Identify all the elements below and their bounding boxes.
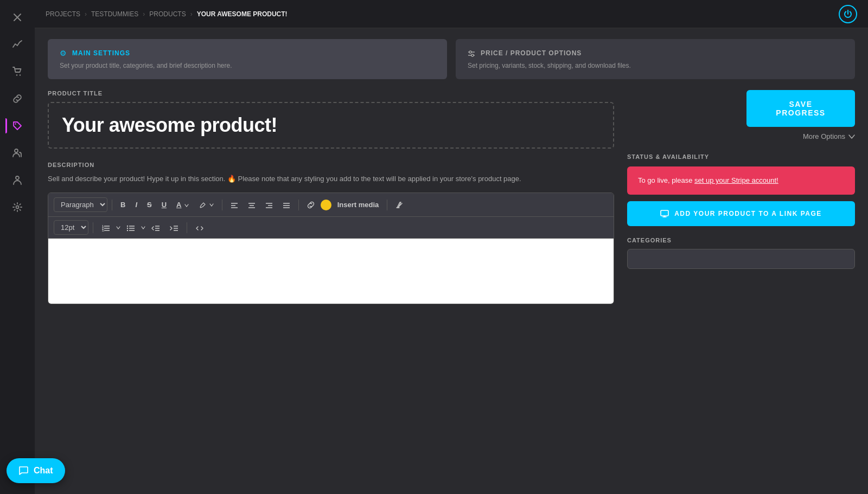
svg-point-36 xyxy=(127,229,128,230)
svg-point-5 xyxy=(15,149,18,152)
bullet-list-button[interactable] xyxy=(123,221,139,234)
svg-point-35 xyxy=(127,227,128,228)
product-title-box[interactable]: Your awesome product! xyxy=(48,102,614,149)
align-left-button[interactable] xyxy=(227,198,242,211)
svg-point-6 xyxy=(16,176,19,179)
topnav: PROJECTS › TESTDUMMIES › PRODUCTS › YOUR… xyxy=(35,0,868,28)
monitor-icon xyxy=(660,210,669,217)
chat-icon xyxy=(18,466,28,476)
toolbar-divider-6 xyxy=(187,222,187,233)
status-label: STATUS & AVAILABILITY xyxy=(627,153,855,160)
tab-price-options[interactable]: PRICE / PRODUCT OPTIONS Set pricing, var… xyxy=(456,39,855,79)
save-area: SAVE PROGRESS More Options xyxy=(627,90,855,140)
sidebar-item-cart[interactable] xyxy=(5,60,29,84)
tab-price-header: PRICE / PRODUCT OPTIONS xyxy=(468,49,843,57)
rte-content[interactable] xyxy=(48,239,614,304)
insert-media-button[interactable]: Insert media xyxy=(334,198,383,211)
tab-main-desc: Set your product title, categories, and … xyxy=(60,62,435,69)
link-page-label: ADD YOUR PRODUCT TO A LINK PAGE xyxy=(674,210,822,217)
tab-price-title: PRICE / PRODUCT OPTIONS xyxy=(481,49,582,57)
strikethrough-button[interactable]: S xyxy=(143,198,156,211)
chevron-down-icon xyxy=(848,134,855,139)
svg-point-2 xyxy=(16,74,17,75)
rich-text-editor: Paragraph Heading 1 Heading 2 Heading 3 … xyxy=(48,193,614,304)
breadcrumb-sep-1: › xyxy=(85,10,87,18)
sidebar-item-users[interactable] xyxy=(5,141,29,165)
svg-point-7 xyxy=(16,206,19,209)
breadcrumb-products[interactable]: PRODUCTS xyxy=(149,10,186,18)
tab-main-settings[interactable]: ⚙ MAIN SETTINGS Set your product title, … xyxy=(48,39,447,79)
underline-button[interactable]: U xyxy=(158,198,170,211)
toolbar-divider-3 xyxy=(298,200,299,210)
clear-format-button[interactable] xyxy=(392,198,407,211)
tab-price-desc: Set pricing, variants, stock, shipping, … xyxy=(468,62,843,69)
align-justify-button[interactable] xyxy=(279,198,294,211)
tab-main-header: ⚙ MAIN SETTINGS xyxy=(60,49,435,57)
breadcrumb-current: YOUR AWESOME PRODUCT! xyxy=(197,10,288,18)
outdent-button[interactable] xyxy=(148,221,164,234)
stripe-alert: To go live, please set up your Stripe ac… xyxy=(627,166,855,195)
svg-point-11 xyxy=(471,54,474,56)
save-progress-button[interactable]: SAVE PROGRESS xyxy=(746,90,855,127)
sidebar-item-settings[interactable] xyxy=(5,195,29,219)
chat-label: Chat xyxy=(34,466,53,476)
link-button[interactable] xyxy=(303,198,318,211)
stripe-link[interactable]: set up your Stripe account! xyxy=(694,176,778,184)
toolbar-divider-5 xyxy=(93,222,93,233)
categories-label: CATEGORIES xyxy=(627,237,855,243)
svg-point-10 xyxy=(469,51,471,53)
chat-widget[interactable]: Chat xyxy=(7,458,65,483)
rte-toolbar-row1: Paragraph Heading 1 Heading 2 Heading 3 … xyxy=(48,193,614,217)
toolbar-divider-1 xyxy=(112,200,112,210)
bold-button[interactable]: B xyxy=(117,198,129,211)
add-to-link-page-button[interactable]: ADD YOUR PRODUCT TO A LINK PAGE xyxy=(627,201,855,226)
highlight-button[interactable] xyxy=(195,198,218,211)
sidebar-item-link[interactable] xyxy=(5,87,29,111)
sidebar xyxy=(0,0,35,494)
svg-point-34 xyxy=(127,225,128,226)
page-content: ⚙ MAIN SETTINGS Set your product title, … xyxy=(35,28,868,494)
toolbar-divider-2 xyxy=(222,200,222,210)
color-picker-dot[interactable] xyxy=(321,200,331,210)
description-hint: Sell and describe your product! Hype it … xyxy=(48,174,614,185)
more-options-button[interactable]: More Options xyxy=(803,132,855,140)
rte-toolbar-row2: 12pt 14pt 16pt 18pt 1.2.3. xyxy=(48,217,614,239)
bullet-list-chevron[interactable] xyxy=(141,226,145,229)
categories-input[interactable] xyxy=(627,249,855,269)
col-right: SAVE PROGRESS More Options STATUS & AVAI… xyxy=(627,90,855,269)
ordered-list-button[interactable]: 1.2.3. xyxy=(98,221,114,234)
power-button[interactable] xyxy=(839,5,857,23)
tab-main-title: MAIN SETTINGS xyxy=(72,49,130,57)
product-section: PRODUCT TITLE Your awesome product! DESC… xyxy=(48,90,855,304)
main-content: PROJECTS › TESTDUMMIES › PRODUCTS › YOUR… xyxy=(35,0,868,494)
svg-text:3.: 3. xyxy=(102,228,105,232)
description-label: DESCRIPTION xyxy=(48,162,614,168)
svg-point-3 xyxy=(20,74,21,75)
product-title-value[interactable]: Your awesome product! xyxy=(62,114,277,136)
stripe-alert-text: To go live, please xyxy=(638,176,694,184)
code-button[interactable] xyxy=(192,221,208,234)
breadcrumb-testdummies[interactable]: TESTDUMMIES xyxy=(91,10,138,18)
more-options-label: More Options xyxy=(803,132,845,140)
fontsize-select[interactable]: 12pt 14pt 16pt 18pt xyxy=(54,220,88,235)
sliders-icon xyxy=(468,49,475,57)
breadcrumb-projects[interactable]: PROJECTS xyxy=(46,10,80,18)
sidebar-item-close[interactable] xyxy=(5,5,29,29)
italic-button[interactable]: I xyxy=(131,198,141,211)
sidebar-item-tag[interactable] xyxy=(5,114,29,138)
align-right-button[interactable] xyxy=(261,198,277,211)
col-left: PRODUCT TITLE Your awesome product! DESC… xyxy=(48,90,614,304)
settings-tabs: ⚙ MAIN SETTINGS Set your product title, … xyxy=(48,39,855,79)
indent-button[interactable] xyxy=(166,221,182,234)
sidebar-item-people[interactable] xyxy=(5,168,29,192)
svg-point-4 xyxy=(15,123,16,124)
gear-icon: ⚙ xyxy=(60,49,67,57)
ordered-list-chevron[interactable] xyxy=(116,226,120,229)
breadcrumb-sep-2: › xyxy=(143,10,145,18)
toolbar-divider-4 xyxy=(387,200,387,210)
sidebar-item-chart[interactable] xyxy=(5,33,29,56)
paragraph-select[interactable]: Paragraph Heading 1 Heading 2 Heading 3 xyxy=(54,197,107,212)
align-center-button[interactable] xyxy=(244,198,259,211)
breadcrumb-sep-3: › xyxy=(190,10,193,18)
text-color-button[interactable]: A xyxy=(173,198,193,211)
